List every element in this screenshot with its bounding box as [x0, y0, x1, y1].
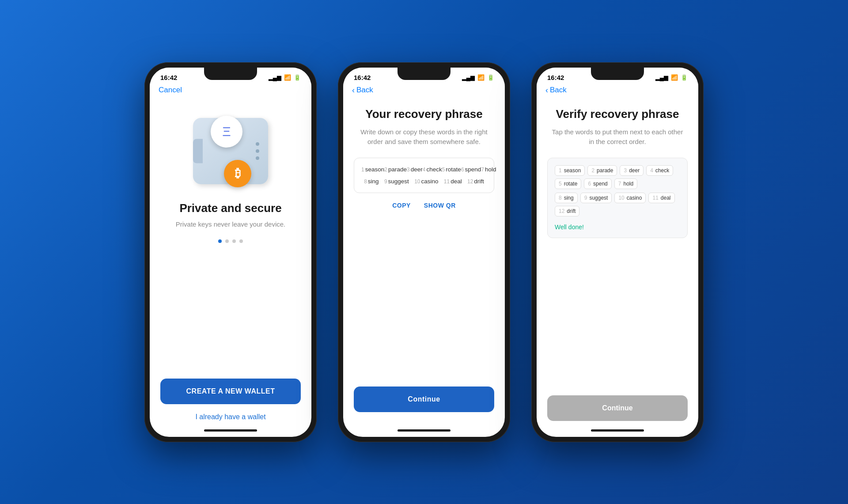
status-time-1: 16:42 [160, 74, 177, 81]
home-bar-1 [204, 429, 257, 432]
verify-tag-9[interactable]: 9suggest [580, 193, 612, 203]
verify-grid: 1season 2parade 3deer 4check 5rotate 6sp… [547, 158, 688, 238]
verify-continue-button[interactable]: Continue [547, 395, 688, 421]
verify-title: Verify recovery phrase [556, 107, 679, 121]
dot-4 [239, 239, 243, 243]
wifi-icon-2: 📶 [477, 74, 485, 81]
home-bar-3 [591, 429, 644, 432]
eth-coin-icon: Ξ [211, 116, 242, 148]
safe-dot-1 [256, 142, 259, 146]
chevron-icon-3: ‹ [545, 86, 548, 95]
phrase-word-9: 9suggest [384, 178, 409, 185]
verify-tag-5[interactable]: 5rotate [555, 178, 581, 189]
wifi-icon-1: 📶 [284, 74, 291, 81]
verify-tag-8[interactable]: 8sing [555, 193, 578, 203]
safe-dot-2 [256, 149, 259, 153]
recovery-phrase-title: Your recovery phrase [365, 107, 482, 121]
recovery-continue-button[interactable]: Continue [354, 387, 494, 412]
chevron-icon-2: ‹ [352, 86, 355, 95]
phone-2: 16:42 ▂▄▆ 📶 🔋 ‹ Back Your recovery phras… [338, 62, 510, 442]
show-qr-button[interactable]: SHOW QR [424, 202, 456, 209]
verify-tag-3[interactable]: 3deer [620, 165, 644, 176]
battery-icon-3: 🔋 [681, 74, 688, 81]
safe-handle [193, 139, 203, 163]
screen-3-content: Verify recovery phrase Tap the words to … [537, 99, 698, 395]
btc-symbol: ₿ [235, 167, 241, 180]
phone-3-screen: 16:42 ▂▄▆ 📶 🔋 ‹ Back Verify recovery phr… [537, 68, 698, 437]
status-time-3: 16:42 [547, 74, 564, 81]
phrase-word-1: 1season [361, 166, 384, 173]
dot-1 [218, 239, 222, 243]
phone-2-screen: 16:42 ▂▄▆ 📶 🔋 ‹ Back Your recovery phras… [343, 68, 505, 437]
phrase-word-12: 12drift [467, 178, 484, 185]
screen-2-content: Your recovery phrase Write down or copy … [343, 99, 505, 387]
cancel-button[interactable]: Cancel [159, 86, 182, 94]
verify-tag-6[interactable]: 6spend [584, 178, 611, 189]
phrase-word-10: 10casino [414, 178, 438, 185]
screen-1-content: Ξ ₿ Private and secure Private keys neve… [150, 98, 311, 379]
signal-icon-2: ▂▄▆ [462, 74, 475, 81]
recovery-phrase-subtitle: Write down or copy these words in the ri… [354, 127, 494, 147]
phone-1-screen: 16:42 ▂▄▆ 📶 🔋 Cancel [150, 68, 311, 437]
wallet-screen-subtitle: Private keys never leave your device. [176, 220, 285, 229]
verify-tag-4[interactable]: 4check [646, 165, 673, 176]
well-done-text: Well done! [555, 224, 584, 231]
wifi-icon-3: 📶 [671, 74, 678, 81]
already-have-wallet-button[interactable]: I already have a wallet [160, 413, 301, 421]
signal-icon-1: ▂▄▆ [269, 74, 281, 81]
nav-bar-3: ‹ Back [537, 84, 698, 99]
safe-dots [256, 142, 259, 160]
phrase-word-5: 5rotate [442, 166, 461, 173]
status-time-2: 16:42 [354, 74, 371, 81]
back-button-2[interactable]: ‹ Back [352, 86, 496, 95]
verify-well-done-row: Well done! [555, 220, 680, 231]
verify-subtitle: Tap the words to put them next to each o… [547, 127, 688, 147]
status-icons-3: ▂▄▆ 📶 🔋 [655, 74, 688, 81]
phrase-word-11: 11deal [444, 178, 462, 185]
status-icons-1: ▂▄▆ 📶 🔋 [269, 74, 301, 81]
battery-icon-2: 🔋 [487, 74, 494, 81]
home-indicator-2 [343, 424, 505, 437]
signal-icon-3: ▂▄▆ [655, 74, 668, 81]
copy-button[interactable]: COPY [392, 202, 411, 209]
back-button-3[interactable]: ‹ Back [545, 86, 689, 95]
battery-icon-1: 🔋 [294, 74, 301, 81]
back-label-2: Back [356, 86, 373, 95]
phrase-word-2: 2parade [384, 166, 407, 173]
nav-bar-2: ‹ Back [343, 84, 505, 99]
eth-symbol: Ξ [222, 124, 231, 139]
phrase-word-3: 3deer [407, 166, 423, 173]
verify-tag-7[interactable]: 7hold [614, 178, 637, 189]
phrase-word-8: 8sing [364, 178, 379, 185]
back-label-3: Back [550, 86, 567, 95]
phrase-word-7: 7hold [481, 166, 496, 173]
notch-3 [591, 68, 644, 80]
verify-tag-1[interactable]: 1season [555, 165, 585, 176]
home-bar-2 [398, 429, 450, 432]
btc-coin-icon: ₿ [224, 160, 251, 187]
home-indicator-1 [150, 424, 311, 437]
wallet-screen-title: Private and secure [179, 201, 281, 215]
verify-row-1: 1season 2parade 3deer 4check 5rotate 6sp… [555, 165, 680, 189]
phrase-word-4: 4check [423, 166, 442, 173]
carousel-dots [218, 239, 243, 243]
verify-tag-11[interactable]: 11deal [648, 193, 674, 203]
phone-3: 16:42 ▂▄▆ 📶 🔋 ‹ Back Verify recovery phr… [531, 62, 704, 442]
phrase-row-2: 8sing 9suggest 10casino 11deal 12drift [361, 178, 487, 185]
phrase-actions: COPY SHOW QR [392, 202, 456, 209]
dot-2 [225, 239, 229, 243]
phrase-row-1: 1season 2parade 3deer 4check 5rotate 6sp… [361, 166, 487, 173]
phone-1: 16:42 ▂▄▆ 📶 🔋 Cancel [144, 62, 317, 442]
wallet-icon-area: Ξ ₿ [186, 111, 275, 191]
verify-tag-10[interactable]: 10casino [614, 193, 646, 203]
safe-dot-3 [256, 156, 259, 160]
phrase-word-6: 6spend [461, 166, 481, 173]
dot-3 [232, 239, 236, 243]
create-wallet-button[interactable]: CREATE A NEW WALLET [160, 379, 301, 404]
verify-tag-12[interactable]: 12drift [555, 206, 579, 216]
status-icons-2: ▂▄▆ 📶 🔋 [462, 74, 494, 81]
home-indicator-3 [537, 424, 698, 437]
nav-bar-1: Cancel [150, 84, 311, 98]
notch-2 [398, 68, 450, 80]
verify-tag-2[interactable]: 2parade [587, 165, 617, 176]
